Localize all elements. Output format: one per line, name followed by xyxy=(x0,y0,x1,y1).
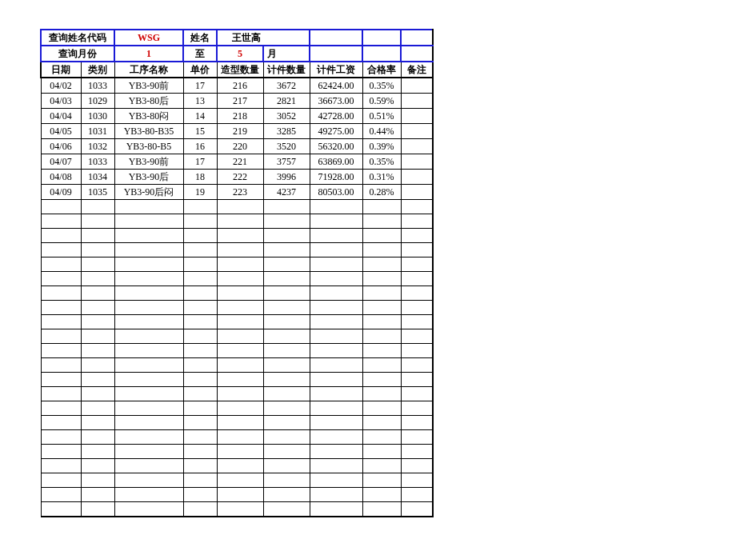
table-row: 04/091035YB3-90后闷19223423780503.000.28% xyxy=(41,185,433,200)
cell-note xyxy=(401,94,433,109)
cell-empty xyxy=(114,416,183,430)
cell-empty xyxy=(401,387,433,401)
cell-cat: 1032 xyxy=(81,139,114,154)
cell-note xyxy=(401,78,433,94)
cell-empty xyxy=(263,200,310,214)
table-row-empty xyxy=(41,200,433,214)
cell-empty xyxy=(183,286,217,301)
cell-empty xyxy=(310,416,362,430)
cell-empty xyxy=(362,243,401,258)
cell-cat: 1030 xyxy=(81,109,114,124)
value-month-from[interactable]: 1 xyxy=(114,46,183,62)
cell-empty xyxy=(401,373,433,387)
cell-empty xyxy=(41,229,81,243)
cell-empty xyxy=(401,445,433,459)
cell-empty xyxy=(310,401,362,416)
cell-empty xyxy=(114,459,183,473)
cell-pcs: 3757 xyxy=(263,154,310,170)
value-month-to[interactable]: 5 xyxy=(217,46,263,62)
cell-empty xyxy=(310,286,362,301)
col-pcs: 计件数量 xyxy=(263,62,310,78)
table-row-empty xyxy=(41,387,433,401)
cell-empty xyxy=(217,502,263,517)
label-to: 至 xyxy=(183,46,217,62)
cell-empty xyxy=(41,358,81,373)
cell-empty xyxy=(183,387,217,401)
cell-empty xyxy=(263,315,310,329)
cell-empty xyxy=(183,229,217,243)
table-row-empty xyxy=(41,315,433,329)
cell-empty xyxy=(41,401,81,416)
cell-empty xyxy=(310,301,362,315)
cell-empty xyxy=(81,243,114,258)
col-date: 日期 xyxy=(41,62,81,78)
cell-empty xyxy=(362,329,401,344)
cell-empty xyxy=(217,430,263,445)
cell-empty xyxy=(114,473,183,488)
cell-empty xyxy=(362,315,401,329)
table-row-empty xyxy=(41,445,433,459)
cell-empty xyxy=(263,373,310,387)
cell-empty xyxy=(362,459,401,473)
cell-wage: 56320.00 xyxy=(310,139,362,154)
cell-empty xyxy=(310,315,362,329)
cell-empty xyxy=(217,329,263,344)
cell-empty xyxy=(263,416,310,430)
value-name-code[interactable]: WSG xyxy=(114,30,183,46)
cell-empty xyxy=(41,272,81,286)
cell-note xyxy=(401,139,433,154)
cell-empty xyxy=(183,214,217,229)
cell-date: 04/07 xyxy=(41,154,81,170)
cell-mold: 219 xyxy=(217,124,263,139)
cell-empty xyxy=(362,200,401,214)
cell-date: 04/04 xyxy=(41,109,81,124)
worksheet-table: 查询姓名代码 WSG 姓名 王世高 查询月份 1 至 5 月 日期 类别 工序名… xyxy=(40,29,434,517)
cell-empty xyxy=(310,200,362,214)
cell-proc: YB3-80闷 xyxy=(114,109,183,124)
cell-mold: 223 xyxy=(217,185,263,200)
cell-mold: 220 xyxy=(217,139,263,154)
cell-empty xyxy=(401,401,433,416)
cell-empty xyxy=(310,272,362,286)
cell-empty xyxy=(310,373,362,387)
cell-wage: 49275.00 xyxy=(310,124,362,139)
cell-empty xyxy=(41,344,81,358)
cell-empty xyxy=(114,315,183,329)
cell-empty xyxy=(310,229,362,243)
cell-pcs: 2821 xyxy=(263,94,310,109)
cell-empty xyxy=(263,301,310,315)
cell-empty xyxy=(401,286,433,301)
cell-pcs: 3520 xyxy=(263,139,310,154)
cell-empty xyxy=(401,329,433,344)
cell-wage: 71928.00 xyxy=(310,170,362,185)
cell-empty xyxy=(401,301,433,315)
cell-empty xyxy=(401,459,433,473)
blank-cell xyxy=(362,46,401,62)
table-row-empty xyxy=(41,344,433,358)
cell-rate: 0.28% xyxy=(362,185,401,200)
cell-empty xyxy=(401,430,433,445)
table-row: 04/061032YB3-80-B516220352056320.000.39% xyxy=(41,139,433,154)
cell-empty xyxy=(362,214,401,229)
cell-empty xyxy=(183,473,217,488)
cell-empty xyxy=(310,258,362,272)
cell-cat: 1034 xyxy=(81,170,114,185)
cell-empty xyxy=(41,329,81,344)
cell-mold: 218 xyxy=(217,109,263,124)
cell-empty xyxy=(217,243,263,258)
cell-empty xyxy=(183,243,217,258)
cell-empty xyxy=(263,286,310,301)
cell-empty xyxy=(183,416,217,430)
cell-proc: YB3-90前 xyxy=(114,78,183,94)
cell-empty xyxy=(183,430,217,445)
cell-empty xyxy=(217,272,263,286)
cell-empty xyxy=(362,387,401,401)
blank-cell xyxy=(401,46,433,62)
cell-cat: 1033 xyxy=(81,78,114,94)
cell-empty xyxy=(217,459,263,473)
cell-empty xyxy=(362,286,401,301)
cell-empty xyxy=(81,315,114,329)
label-month: 查询月份 xyxy=(41,46,114,62)
cell-empty xyxy=(263,358,310,373)
cell-empty xyxy=(114,373,183,387)
